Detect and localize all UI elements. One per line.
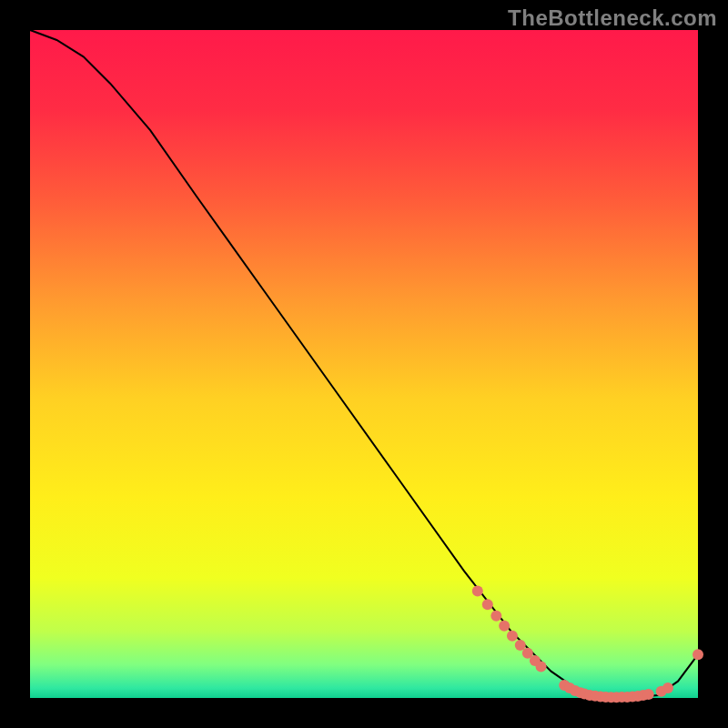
data-point xyxy=(499,621,510,632)
chart-container xyxy=(0,0,728,728)
bottleneck-chart xyxy=(0,0,728,728)
data-point xyxy=(643,689,654,700)
data-point xyxy=(693,649,703,660)
watermark-text: TheBottleneck.com xyxy=(508,5,717,31)
data-point xyxy=(515,640,526,651)
data-point xyxy=(662,682,673,693)
data-point xyxy=(482,599,493,610)
data-point xyxy=(507,631,518,642)
data-point xyxy=(490,611,501,622)
data-point xyxy=(472,586,483,597)
plot-background xyxy=(30,30,698,698)
data-point xyxy=(536,662,547,672)
